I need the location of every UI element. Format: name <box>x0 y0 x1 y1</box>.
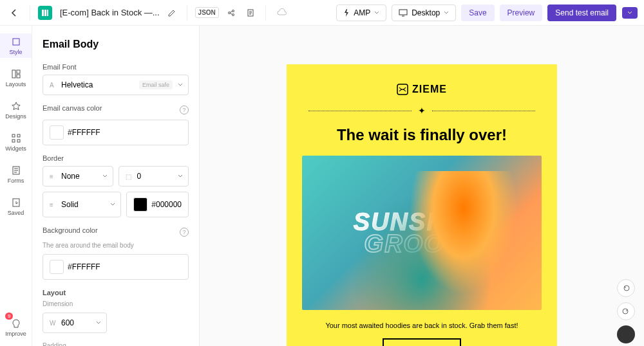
email-body[interactable]: ZIEME ✦ The wait is finally over! SUNSHI… <box>287 64 557 346</box>
document-title: [E-com] Back in Stock —... <box>60 8 160 17</box>
canvas-color-input[interactable]: #FFFFFF <box>43 120 189 145</box>
send-test-caret[interactable] <box>622 7 638 19</box>
chevron-down-icon <box>96 321 101 325</box>
canvas-color-label: Email canvas color <box>43 104 102 112</box>
border-style-select[interactable]: ≡ None <box>43 166 113 187</box>
json-button[interactable]: JSON <box>195 7 219 18</box>
color-swatch <box>133 197 147 212</box>
nav-label: Designs <box>5 113 26 120</box>
border-style-value: None <box>61 172 80 181</box>
nav-label: Improve <box>5 331 26 337</box>
bg-label: Background color <box>43 226 98 234</box>
edit-icon[interactable] <box>165 6 179 20</box>
border-width-input[interactable]: ⬚ 0 <box>118 166 189 187</box>
font-value: Helvetica <box>61 80 93 89</box>
cloud-sync-icon[interactable] <box>274 6 290 20</box>
nav-designs[interactable]: Designs <box>0 98 32 122</box>
svg-rect-12 <box>12 134 15 137</box>
share-icon[interactable] <box>224 6 238 20</box>
nav-widgets[interactable]: Widgets <box>0 130 32 154</box>
nav-label: Forms <box>8 178 24 184</box>
bg-sublabel: The area around the email body <box>43 242 189 249</box>
chevron-down-icon <box>444 11 449 15</box>
help-icon[interactable]: ? <box>180 228 189 237</box>
border-width-value: 0 <box>137 172 142 181</box>
padding-label: Padding <box>43 342 189 346</box>
nav-style[interactable]: Style <box>0 33 32 58</box>
email-subtext: Your most awaited hoodies are back in st… <box>302 322 542 329</box>
svg-rect-14 <box>12 140 15 142</box>
divider-line: ✦ <box>302 105 542 116</box>
email-font-select[interactable]: A Helvetica Email safe <box>43 75 189 95</box>
border-icon: ≡ <box>50 173 57 180</box>
amp-dropdown[interactable]: AMP <box>336 5 386 21</box>
viewport-dropdown[interactable]: Desktop <box>392 5 456 21</box>
svg-rect-0 <box>42 10 44 16</box>
divider <box>265 5 266 21</box>
brand-row: ZIEME <box>302 84 542 95</box>
width-prefix: W <box>50 320 57 327</box>
app-logo-icon <box>38 6 52 20</box>
lightning-icon <box>343 9 350 17</box>
font-icon: A <box>50 82 57 89</box>
nav-label: Style <box>9 49 22 55</box>
improve-icon <box>10 318 22 329</box>
dimension-label: Dimension <box>43 300 189 307</box>
save-button[interactable]: Save <box>461 5 494 21</box>
svg-rect-2 <box>47 10 48 16</box>
chevron-down-icon <box>178 174 183 178</box>
designs-icon <box>10 100 22 112</box>
border-label: Border <box>43 154 189 162</box>
notes-icon[interactable] <box>243 6 258 20</box>
svg-rect-9 <box>12 70 15 78</box>
undo-button[interactable] <box>617 279 635 297</box>
width-icon: ⬚ <box>126 173 133 180</box>
svg-rect-15 <box>17 140 20 142</box>
star-icon: ✦ <box>418 105 426 116</box>
chevron-down-icon <box>110 203 115 206</box>
shop-now-button[interactable]: Shop Now → <box>383 338 461 346</box>
border-color-input[interactable]: #000000 <box>126 192 189 217</box>
chevron-down-icon <box>102 174 108 178</box>
color-swatch <box>50 260 64 274</box>
border-style2-select[interactable]: ≡ Solid <box>43 192 121 217</box>
saved-icon <box>10 197 22 208</box>
dimension-value: 600 <box>61 318 74 327</box>
chevron-down-icon <box>178 83 183 87</box>
style-panel: Email Body Email Font A Helvetica Email … <box>32 26 200 346</box>
nav-label: Layouts <box>6 81 26 87</box>
nav-saved[interactable]: Saved <box>0 194 32 219</box>
chat-bubble-icon[interactable] <box>617 325 635 343</box>
bg-value: #FFFFFF <box>68 262 100 271</box>
email-font-label: Email Font <box>43 63 189 71</box>
chevron-down-icon <box>627 11 632 15</box>
nav-forms[interactable]: Forms <box>0 162 32 187</box>
nav-layouts[interactable]: Layouts <box>0 66 32 90</box>
svg-rect-13 <box>17 134 20 137</box>
svg-rect-10 <box>17 70 20 73</box>
border-style2-value: Solid <box>61 200 79 209</box>
nav-label: Widgets <box>5 145 26 152</box>
viewport-label: Desktop <box>412 8 440 17</box>
svg-rect-1 <box>44 10 46 16</box>
help-icon[interactable]: ? <box>180 105 189 114</box>
email-canvas: ZIEME ✦ The wait is finally over! SUNSHI… <box>200 26 644 346</box>
style-icon <box>10 36 22 48</box>
amp-label: AMP <box>354 8 370 17</box>
email-headline: The wait is finally over! <box>302 126 542 144</box>
brand-name: ZIEME <box>412 84 447 95</box>
svg-rect-11 <box>17 75 20 78</box>
nav-improve[interactable]: 9 Improve <box>0 315 32 340</box>
nav-label: Saved <box>8 210 24 216</box>
preview-button[interactable]: Preview <box>500 5 543 21</box>
dimension-input[interactable]: W 600 <box>43 313 107 333</box>
back-button[interactable] <box>6 5 22 21</box>
widgets-icon <box>10 132 22 144</box>
chevron-down-icon <box>374 11 379 15</box>
redo-button[interactable] <box>617 302 635 320</box>
left-nav: Style Layouts Designs Widgets Forms Save… <box>0 26 32 346</box>
bg-color-input[interactable]: #FFFFFF <box>43 254 189 280</box>
divider <box>30 5 30 21</box>
panel-heading: Email Body <box>43 39 189 50</box>
send-test-button[interactable]: Send test email <box>547 5 616 21</box>
